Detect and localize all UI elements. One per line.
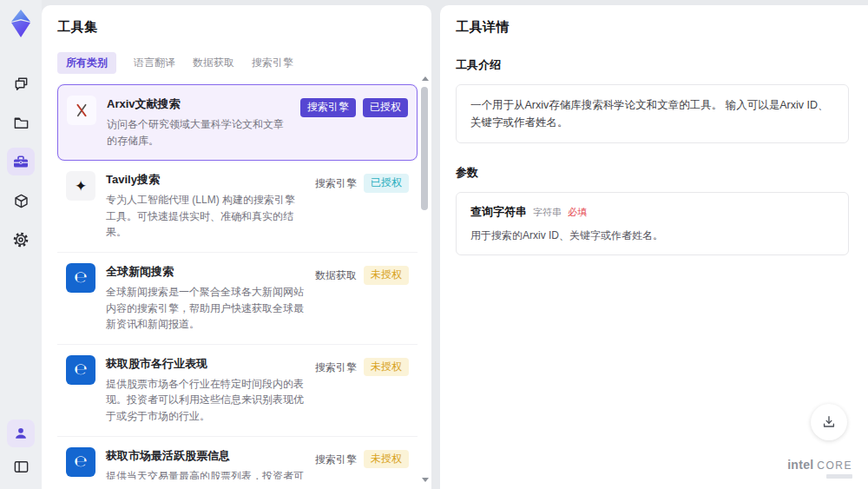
news-search-logo-icon: ℮ (66, 447, 95, 477)
param-desc: 用于搜索的Arxiv ID、关键字或作者姓名。 (470, 228, 834, 243)
folder-icon[interactable] (7, 109, 35, 136)
tool-card-tavily[interactable]: ✦ Tavily搜索 专为人工智能代理 (LLM) 构建的搜索引擎工具。可快速提… (57, 161, 418, 253)
news-search-logo-icon: ℮ (66, 263, 95, 293)
news-search-logo-icon: ℮ (66, 355, 95, 385)
tab-search-engine[interactable]: 搜索引擎 (252, 52, 293, 74)
category-tabs: 所有类别 语言翻译 数据获取 搜索引擎 (57, 52, 431, 74)
auth-status-badge: 未授权 (364, 450, 409, 469)
tab-all-categories[interactable]: 所有类别 (57, 52, 116, 74)
list-scrollbar[interactable] (421, 75, 429, 484)
cube-icon[interactable] (7, 187, 35, 215)
tavily-logo-icon: ✦ (66, 171, 95, 201)
brand-core-text: CORE (817, 459, 852, 472)
tool-card-list: Arxiv文献搜索 访问各个研究领域大量科学论文和文章的存储库。 搜索引擎 已授… (57, 84, 418, 479)
tool-details-panel: 工具详情 工具介绍 一个用于从Arxiv存储库搜索科学论文和文章的工具。 输入可… (440, 5, 868, 489)
tool-card-title: 全球新闻搜索 (106, 263, 305, 280)
intro-heading: 工具介绍 (456, 57, 849, 73)
brand-intel-text: intel (787, 458, 813, 472)
tool-card-desc: 提供股票市场各个行业在特定时间段内的表现。投资者可以利用这些信息来识别表现优于或… (106, 376, 305, 425)
tool-card-active-stocks[interactable]: ℮ 获取市场最活跃股票信息 提供当天交易量最高的股票列表，投资者可以利用这些信息… (57, 437, 418, 479)
tool-intro-text: 一个用于从Arxiv存储库搜索科学论文和文章的工具。 输入可以是Arxiv ID… (456, 84, 849, 143)
details-title: 工具详情 (456, 19, 849, 36)
left-rail (0, 0, 42, 489)
tool-card-stock-sector[interactable]: ℮ 获取股市各行业表现 提供股票市场各个行业在特定时间段内的表现。投资者可以利用… (57, 345, 418, 437)
params-heading: 参数 (456, 165, 849, 181)
page-title: 工具集 (57, 19, 431, 36)
auth-status-badge: 已授权 (363, 98, 408, 117)
param-card: 查询字符串 字符串 必填 用于搜索的Arxiv ID、关键字或作者姓名。 (456, 192, 849, 255)
scroll-up-arrow[interactable] (422, 76, 429, 81)
tool-card-title: Arxiv文献搜索 (107, 96, 290, 112)
settings-icon[interactable] (7, 226, 35, 254)
toolbox-icon[interactable] (7, 148, 35, 175)
brand-underline (826, 474, 852, 479)
category-label: 搜索引擎 (315, 450, 357, 470)
chat-icon[interactable] (7, 69, 35, 97)
category-label: 搜索引擎 (315, 358, 357, 378)
category-label: 数据获取 (315, 266, 357, 286)
arxiv-logo-icon (67, 96, 96, 125)
category-badge: 搜索引擎 (300, 98, 356, 117)
param-name: 查询字符串 (470, 204, 527, 220)
tool-card-global-news[interactable]: ℮ 全球新闻搜索 全球新闻搜索是一个聚合全球各大新闻网站内容的搜索引擎，帮助用户… (57, 253, 418, 345)
tool-card-desc: 提供当天交易量最高的股票列表，投资者可以利用这些信息来识别流动性强的股票和潜在的… (106, 468, 305, 479)
tab-data-fetch[interactable]: 数据获取 (193, 52, 234, 74)
tool-card-desc: 专为人工智能代理 (LLM) 构建的搜索引擎工具。可快速提供实时、准确和真实的结… (106, 192, 305, 241)
tool-card-desc: 访问各个研究领域大量科学论文和文章的存储库。 (107, 116, 290, 149)
tool-card-title: 获取股市各行业表现 (106, 355, 305, 372)
tool-card-arxiv[interactable]: Arxiv文献搜索 访问各个研究领域大量科学论文和文章的存储库。 搜索引擎 已授… (57, 84, 418, 161)
auth-status-badge: 已授权 (364, 174, 409, 193)
panel-icon[interactable] (7, 453, 35, 480)
tool-card-desc: 全球新闻搜索是一个聚合全球各大新闻网站内容的搜索引擎，帮助用户快速获取全球最新资… (106, 284, 305, 333)
tool-card-title: 获取市场最活跃股票信息 (106, 447, 305, 464)
param-required-badge: 必填 (568, 206, 587, 219)
intel-core-logo: intel CORE (787, 458, 852, 479)
app-logo (6, 7, 36, 40)
scrollbar-thumb[interactable] (421, 87, 428, 210)
download-button[interactable] (811, 404, 847, 440)
user-icon[interactable] (7, 420, 35, 447)
scroll-down-arrow[interactable] (422, 478, 429, 482)
category-label: 搜索引擎 (315, 174, 357, 194)
tool-list-panel: 工具集 所有类别 语言翻译 数据获取 搜索引擎 Arxiv文献搜索 访问各个研究… (42, 5, 431, 489)
auth-status-badge: 未授权 (364, 358, 409, 377)
tool-card-title: Tavily搜索 (106, 171, 305, 188)
tab-language-translation[interactable]: 语言翻译 (134, 52, 175, 74)
auth-status-badge: 未授权 (364, 266, 409, 285)
param-type: 字符串 (533, 206, 562, 219)
